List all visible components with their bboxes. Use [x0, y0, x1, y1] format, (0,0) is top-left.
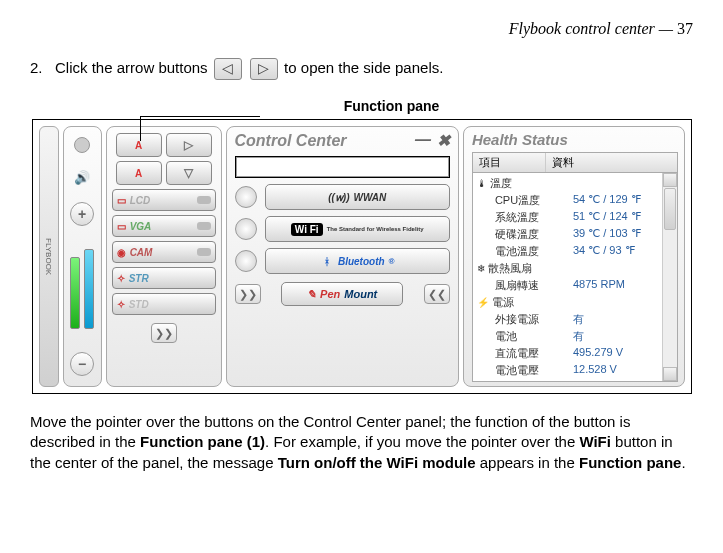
step-2-line: 2. Click the arrow buttons ◁ ▷ to open t…: [30, 58, 693, 80]
step-text-before: Click the arrow buttons: [55, 59, 212, 76]
wifi-button[interactable]: Wi Fi The Standard for Wireless Fidelity: [265, 216, 450, 242]
std-icon: ✧: [117, 299, 125, 310]
health-row: ❄散熱風扇: [473, 260, 677, 277]
cam-button[interactable]: ◉CAM: [112, 241, 216, 263]
left-arrow-icon: ◁: [214, 58, 242, 80]
volume-down-button[interactable]: −: [70, 352, 94, 376]
health-key: 系統溫度: [477, 210, 573, 225]
health-key: ❄散熱風扇: [477, 261, 555, 276]
health-row: 直流電壓495.279 V: [473, 345, 677, 362]
health-value: 有: [573, 329, 584, 344]
scrollbar[interactable]: [662, 173, 677, 381]
health-col2: 資料: [546, 153, 677, 172]
step-number: 2.: [30, 59, 43, 76]
vga-icon: ▭: [117, 221, 126, 232]
health-value: 34 ℃ / 93 ℉: [573, 244, 635, 259]
control-center-title-bar: Control Center — ✖: [235, 131, 450, 150]
health-header-row: 項目 資料: [472, 152, 678, 173]
volume-panel: 🔊 + −: [63, 126, 102, 387]
health-row: 電池溫度34 ℃ / 93 ℉: [473, 243, 677, 260]
wifi-subtext: The Standard for Wireless Fidelity: [327, 226, 424, 232]
health-value: 54 ℃ / 129 ℉: [573, 193, 641, 208]
scroll-thumb[interactable]: [664, 188, 676, 230]
health-key: 風扇轉速: [477, 278, 573, 293]
health-value: 495.279 V: [573, 346, 623, 361]
str-icon: ✧: [117, 273, 125, 284]
health-row-icon: 🌡: [477, 178, 487, 189]
health-key: CPU溫度: [477, 193, 573, 208]
right-arrow-icon: ▷: [250, 58, 278, 80]
buttons-panel: A ▷ A ▽ ▭LCD ▭VGA ◉CAM ✧STR ✧STD ❯❯: [106, 126, 222, 387]
health-key: ⚡電源: [477, 295, 555, 310]
health-row: ⚡電源: [473, 294, 677, 311]
wwan-button[interactable]: ((ᴡ)) WWAN: [265, 184, 450, 210]
mode-a2-button[interactable]: A: [116, 161, 162, 185]
volume-up-button[interactable]: +: [70, 202, 94, 226]
center-panel: Control Center — ✖ ((ᴡ)) WWAN Wi Fi The …: [226, 126, 459, 387]
mode-right-button[interactable]: ▷: [166, 133, 212, 157]
health-col1: 項目: [473, 153, 546, 172]
health-row: 電池電壓12.528 V: [473, 362, 677, 379]
body-paragraph: Move the pointer over the buttons on the…: [30, 412, 693, 473]
level-bar-green: [70, 257, 80, 329]
wifi-toggle[interactable]: [235, 218, 257, 240]
wifi-logo-icon: Wi Fi: [291, 223, 323, 236]
health-key: 🌡溫度: [477, 176, 555, 191]
collapse-left-button[interactable]: ❮❮: [424, 284, 450, 304]
level-bars: [70, 249, 94, 329]
bluetooth-button[interactable]: ᚼ Bluetooth®: [265, 248, 450, 274]
page-header: Flybook control center — 37: [30, 20, 693, 38]
bluetooth-toggle[interactable]: [235, 250, 257, 272]
health-key: 電池: [477, 329, 573, 344]
toggle-icon: [197, 222, 211, 230]
close-button[interactable]: ✖: [437, 131, 450, 150]
health-row: 風扇轉速4875 RPM: [473, 277, 677, 294]
health-row-icon: ❄: [477, 263, 485, 274]
health-value: 有: [573, 312, 584, 327]
flybook-tab[interactable]: FLYBOOK: [39, 126, 59, 387]
control-center-title: Control Center: [235, 132, 347, 150]
str-button[interactable]: ✧STR: [112, 267, 216, 289]
health-key: 直流電壓: [477, 346, 573, 361]
std-button[interactable]: ✧STD: [112, 293, 216, 315]
health-row: 外接電源有: [473, 311, 677, 328]
health-panel: Health Status 項目 資料 🌡溫度CPU溫度54 ℃ / 129 ℉…: [463, 126, 685, 387]
mode-a-button[interactable]: A: [116, 133, 162, 157]
health-row: 🌡溫度: [473, 175, 677, 192]
expand-right-button[interactable]: ❯❯: [151, 323, 177, 343]
level-bar-blue: [84, 249, 94, 329]
speaker-icon: 🔊: [74, 170, 90, 185]
health-row: 系統溫度51 ℃ / 124 ℉: [473, 209, 677, 226]
toggle-icon: [197, 248, 211, 256]
signal-icon: ((ᴡ)): [328, 192, 349, 203]
health-value: 4875 RPM: [573, 278, 625, 293]
bluetooth-icon: ᚼ: [320, 255, 334, 268]
health-title: Health Status: [472, 131, 678, 148]
collapse-right-button[interactable]: ❯❯: [235, 284, 261, 304]
step-text-after: to open the side panels.: [284, 59, 443, 76]
health-value: 51 ℃ / 124 ℉: [573, 210, 641, 225]
lcd-icon: ▭: [117, 195, 126, 206]
health-row: CPU溫度54 ℃ / 129 ℉: [473, 192, 677, 209]
function-pane: [235, 156, 450, 178]
callout-label: Function pane: [344, 98, 440, 114]
health-row: 電池有: [473, 328, 677, 345]
callout: Function pane: [30, 98, 693, 117]
health-value: 12.528 V: [573, 363, 617, 378]
penmount-button[interactable]: ✎ PenMount: [281, 282, 403, 306]
health-value: 39 ℃ / 103 ℉: [573, 227, 641, 242]
health-row: 硬碟溫度39 ℃ / 103 ℉: [473, 226, 677, 243]
callout-leader-line: [140, 116, 260, 117]
wwan-toggle[interactable]: [235, 186, 257, 208]
minimize-button[interactable]: —: [415, 131, 431, 150]
vga-button[interactable]: ▭VGA: [112, 215, 216, 237]
health-key: 電池電壓: [477, 363, 573, 378]
health-body: 🌡溫度CPU溫度54 ℃ / 129 ℉系統溫度51 ℃ / 124 ℉硬碟溫度…: [472, 173, 678, 382]
page-number: 37: [677, 20, 693, 37]
health-key: 外接電源: [477, 312, 573, 327]
mode-down-button[interactable]: ▽: [166, 161, 212, 185]
indicator-dot: [74, 137, 90, 153]
lcd-button[interactable]: ▭LCD: [112, 189, 216, 211]
control-center-figure: FLYBOOK 🔊 + − A ▷ A ▽ ▭LCD ▭VGA ◉CAM ✧ST…: [32, 119, 692, 394]
cam-icon: ◉: [117, 247, 126, 258]
